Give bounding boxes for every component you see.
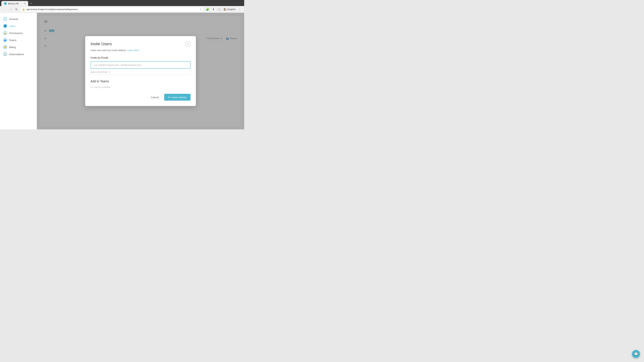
invite-btn-label: Invite User(s)	[172, 96, 186, 99]
split-screen-button[interactable]: ⬜	[217, 7, 221, 12]
modal-header: Invite Users ×	[90, 41, 190, 47]
invite-icon: ✉	[168, 96, 170, 98]
sidebar-label-permissions: Permissions	[9, 32, 23, 34]
bookmark-icon: ☆	[200, 8, 202, 10]
address-bar[interactable]: 🔒 app.breezy.hr/app/c/moodjoy/company/se…	[20, 7, 204, 12]
url-text: app.breezy.hr/app/c/moodjoy/company/sett…	[26, 8, 198, 10]
sidebar-label-general: General	[9, 17, 18, 20]
invite-users-button[interactable]: ✉ Invite User(s)	[164, 94, 190, 101]
back-button[interactable]: ←	[2, 7, 7, 12]
invite-by-email-label: Invite by Email	[90, 56, 190, 59]
browser-tab-bar: Breezy HR × +	[0, 0, 244, 6]
modal-subtitle: Invite new users by email address. Learn…	[90, 49, 190, 52]
teams-icon: 👥	[3, 38, 7, 42]
main-area: M M M Administrator ▼ 👥 Teams	[37, 13, 244, 129]
sidebar-item-permissions[interactable]: 🔒 Permissions	[0, 29, 37, 36]
menu-button[interactable]: ⋮	[238, 7, 242, 12]
sidebar-item-teams[interactable]: 👥 Teams	[0, 36, 37, 43]
incognito-badge: 🕵 Incognito	[222, 8, 236, 11]
download-button[interactable]: ⬇	[211, 7, 216, 12]
tab-close-button[interactable]: ×	[24, 2, 26, 5]
modal-footer: Cancel ✉ Invite User(s)	[90, 94, 190, 101]
modal-subtitle-text: Invite new users by email address.	[90, 49, 126, 52]
sidebar-item-general[interactable]: ⚙ General	[0, 15, 37, 22]
page-content: ⚙ General 👤 Users 🔒 Permissions 👥 Teams …	[0, 13, 244, 129]
billing-icon: 💳	[3, 45, 7, 49]
modal-close-button[interactable]: ×	[185, 41, 190, 47]
subscriptions-icon: 📋	[3, 52, 7, 56]
tab-title: Breezy HR	[8, 2, 18, 5]
sidebar-label-subscriptions: Subscriptions	[9, 53, 24, 56]
new-tab-button[interactable]: +	[29, 1, 34, 6]
browser-toolbar: ← → ↻ 🔒 app.breezy.hr/app/c/moodjoy/comp…	[0, 6, 244, 13]
invite-users-modal: Invite Users × Invite new users by email…	[85, 36, 196, 106]
cancel-button[interactable]: Cancel	[148, 94, 162, 100]
active-browser-tab[interactable]: Breezy HR ×	[1, 1, 28, 6]
forward-button[interactable]: →	[8, 7, 13, 12]
toolbar-actions: 🧩 ⬇ ⬜ 🕵 Incognito ⋮	[205, 7, 242, 12]
sidebar-label-teams: Teams	[9, 39, 16, 41]
learn-more-link[interactable]: Learn More	[127, 49, 139, 52]
role-placeholder-text: Add to this Role	[90, 71, 107, 73]
sidebar-item-subscriptions[interactable]: 📋 Subscriptions	[0, 51, 37, 58]
sidebar-item-users[interactable]: 👤 Users	[0, 22, 37, 29]
sidebar: ⚙ General 👤 Users 🔒 Permissions 👥 Teams …	[0, 13, 37, 129]
sidebar-label-billing: Billing	[9, 46, 16, 49]
general-icon: ⚙	[3, 17, 7, 21]
users-icon: 👤	[3, 24, 7, 28]
lock-icon: 🔒	[22, 8, 25, 10]
reload-button[interactable]: ↻	[14, 7, 19, 12]
tab-favicon	[4, 2, 7, 5]
role-dropdown-arrow: ▼	[108, 71, 110, 73]
sidebar-item-billing[interactable]: 💳 Billing	[0, 43, 37, 51]
email-input[interactable]	[90, 61, 190, 69]
modal-title: Invite Users	[90, 41, 112, 46]
incognito-label: Incognito	[227, 8, 235, 10]
no-teams-available-text: No teams available	[90, 86, 190, 88]
incognito-icon: 🕵	[224, 8, 226, 10]
extensions-button[interactable]: 🧩	[205, 7, 210, 12]
close-icon: ×	[187, 43, 188, 46]
sidebar-label-users: Users	[9, 25, 16, 27]
permissions-icon: 🔒	[3, 31, 7, 35]
add-to-teams-label: Add to Teams	[90, 80, 190, 83]
